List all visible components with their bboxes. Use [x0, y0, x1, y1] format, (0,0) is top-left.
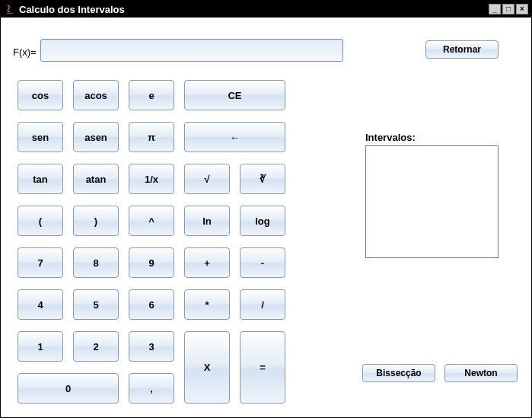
key-pow[interactable]: ^: [129, 206, 174, 236]
key-pi[interactable]: π: [129, 122, 174, 152]
key-x[interactable]: X: [184, 331, 230, 404]
window-controls: _ □ ×: [489, 4, 528, 14]
key-div[interactable]: /: [240, 289, 285, 320]
key-2[interactable]: 2: [73, 331, 119, 362]
key-0[interactable]: 0: [18, 373, 119, 404]
key-acos[interactable]: acos: [73, 80, 119, 110]
key-mul[interactable]: *: [184, 289, 230, 320]
fx-label: F(x)=: [13, 46, 37, 58]
key-comma[interactable]: ,: [129, 373, 174, 404]
key-lparen[interactable]: (: [18, 206, 63, 236]
key-ln[interactable]: ln: [184, 206, 230, 236]
key-5[interactable]: 5: [73, 289, 119, 320]
key-plus[interactable]: +: [184, 247, 230, 278]
content-area: F(x)= Retornar cos acos e CE sen asen π …: [1, 18, 531, 417]
key-4[interactable]: 4: [18, 289, 63, 320]
key-atan[interactable]: atan: [73, 164, 119, 194]
key-tan[interactable]: tan: [18, 164, 63, 194]
key-backspace[interactable]: ←: [184, 122, 285, 152]
retornar-button[interactable]: Retornar: [425, 40, 499, 59]
key-8[interactable]: 8: [73, 247, 119, 278]
java-icon: [4, 3, 16, 15]
bisseccao-button[interactable]: Bissecção: [362, 364, 435, 382]
intervalos-list[interactable]: [365, 145, 499, 258]
key-7[interactable]: 7: [18, 247, 63, 278]
key-sqrt[interactable]: √: [184, 164, 230, 194]
key-3[interactable]: 3: [129, 331, 174, 362]
newton-button[interactable]: Newton: [444, 364, 518, 382]
key-minus[interactable]: -: [240, 247, 285, 278]
key-rparen[interactable]: ): [73, 206, 119, 236]
key-asen[interactable]: asen: [73, 122, 119, 152]
key-9[interactable]: 9: [129, 247, 174, 278]
maximize-button[interactable]: □: [502, 4, 514, 14]
key-ce[interactable]: CE: [184, 80, 285, 110]
key-cos[interactable]: cos: [18, 80, 63, 110]
key-log[interactable]: log: [240, 206, 285, 236]
fx-input[interactable]: [40, 39, 343, 62]
key-e[interactable]: e: [129, 80, 174, 110]
key-6[interactable]: 6: [129, 289, 174, 320]
minimize-button[interactable]: _: [489, 4, 501, 14]
intervalos-label: Intervalos:: [365, 132, 416, 143]
key-eq[interactable]: =: [240, 331, 285, 404]
key-cbrt[interactable]: ∛: [240, 164, 285, 194]
window-title: Calculo dos Intervalos: [19, 4, 489, 15]
key-1[interactable]: 1: [18, 331, 63, 362]
titlebar: Calculo dos Intervalos _ □ ×: [1, 1, 531, 18]
key-sen[interactable]: sen: [18, 122, 63, 152]
close-button[interactable]: ×: [516, 4, 528, 14]
key-inv[interactable]: 1/x: [129, 164, 174, 194]
